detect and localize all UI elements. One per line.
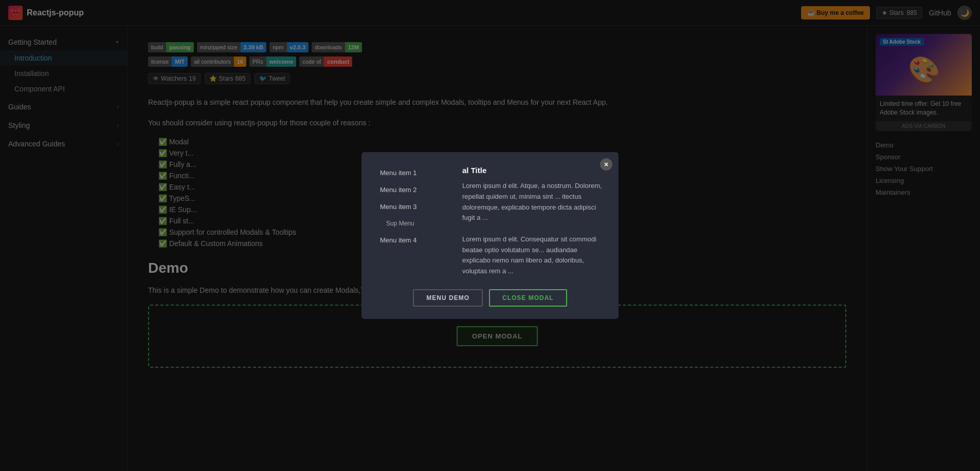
modal-box: × Menu item 1 Menu item 2 Menu item 3 Su… bbox=[361, 152, 619, 319]
modal-body: Menu item 1 Menu item 2 Menu item 3 Sup … bbox=[374, 164, 606, 277]
modal-menu-item-2[interactable]: Menu item 2 bbox=[374, 181, 456, 198]
modal-menu-item-sup[interactable]: Sup Menu bbox=[374, 215, 456, 232]
modal-footer: MENU DEMO CLOSE MODAL bbox=[374, 289, 606, 307]
modal-content-text-2: Lorem ipsum d elit. Consequatur sit comm… bbox=[462, 234, 606, 277]
modal-menu-item-3[interactable]: Menu item 3 bbox=[374, 198, 456, 215]
close-modal-button[interactable]: CLOSE MODAL bbox=[489, 289, 567, 307]
modal-menu-item-1[interactable]: Menu item 1 bbox=[374, 164, 456, 181]
modal-close-button[interactable]: × bbox=[600, 158, 612, 171]
modal-menu: Menu item 1 Menu item 2 Menu item 3 Sup … bbox=[374, 164, 456, 277]
modal-content-area: al Title Lorem ipsum d elit. Atque, a no… bbox=[456, 164, 606, 277]
modal-content-text-1: Lorem ipsum d elit. Atque, a nostrum. Do… bbox=[462, 181, 606, 223]
modal-content-title: al Title bbox=[462, 164, 606, 177]
modal-overlay[interactable]: × Menu item 1 Menu item 2 Menu item 3 Su… bbox=[0, 0, 980, 471]
menu-demo-button[interactable]: MENU DEMO bbox=[413, 289, 483, 307]
modal-menu-item-4[interactable]: Menu item 4 bbox=[374, 232, 456, 249]
